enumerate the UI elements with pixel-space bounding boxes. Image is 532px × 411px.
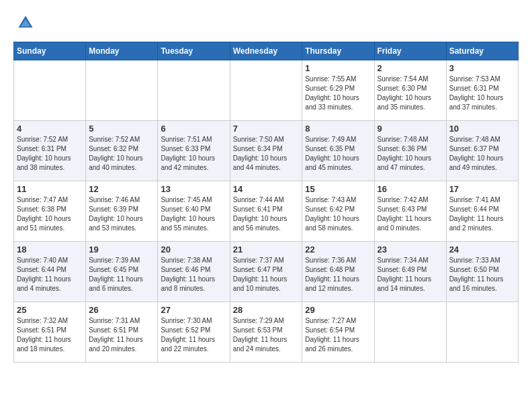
day-info: Sunrise: 7:42 AMSunset: 6:43 PMDaylight:… bbox=[378, 195, 443, 233]
weekday-header-wednesday: Wednesday bbox=[230, 42, 302, 60]
calendar-cell: 8Sunrise: 7:49 AMSunset: 6:35 PMDaylight… bbox=[302, 121, 374, 181]
day-number: 26 bbox=[89, 305, 154, 315]
calendar-cell: 26Sunrise: 7:31 AMSunset: 6:51 PMDayligh… bbox=[86, 302, 158, 363]
day-info: Sunrise: 7:45 AMSunset: 6:40 PMDaylight:… bbox=[161, 195, 226, 233]
calendar-week-row: 25Sunrise: 7:32 AMSunset: 6:51 PMDayligh… bbox=[14, 302, 519, 363]
calendar-cell: 27Sunrise: 7:30 AMSunset: 6:52 PMDayligh… bbox=[158, 302, 230, 363]
calendar-cell: 1Sunrise: 7:55 AMSunset: 6:29 PMDaylight… bbox=[302, 60, 374, 121]
day-info: Sunrise: 7:36 AMSunset: 6:48 PMDaylight:… bbox=[305, 256, 371, 293]
calendar-cell: 18Sunrise: 7:40 AMSunset: 6:44 PMDayligh… bbox=[14, 242, 86, 302]
weekday-header-saturday: Saturday bbox=[446, 42, 518, 60]
calendar-cell: 15Sunrise: 7:43 AMSunset: 6:42 PMDayligh… bbox=[302, 181, 374, 242]
day-number: 4 bbox=[17, 124, 83, 134]
day-info: Sunrise: 7:47 AMSunset: 6:38 PMDaylight:… bbox=[17, 195, 83, 233]
header bbox=[13, 13, 519, 35]
calendar-cell: 10Sunrise: 7:48 AMSunset: 6:37 PMDayligh… bbox=[446, 121, 518, 181]
calendar-cell bbox=[158, 60, 230, 121]
calendar-cell bbox=[230, 60, 302, 121]
calendar-cell: 23Sunrise: 7:34 AMSunset: 6:49 PMDayligh… bbox=[374, 242, 446, 302]
day-number: 7 bbox=[233, 124, 300, 134]
day-info: Sunrise: 7:27 AMSunset: 6:54 PMDaylight:… bbox=[305, 316, 371, 354]
calendar-cell bbox=[86, 60, 158, 121]
calendar-cell: 29Sunrise: 7:27 AMSunset: 6:54 PMDayligh… bbox=[302, 302, 374, 363]
weekday-header-row: SundayMondayTuesdayWednesdayThursdayFrid… bbox=[14, 42, 519, 60]
day-number: 9 bbox=[378, 124, 443, 134]
calendar-cell: 6Sunrise: 7:51 AMSunset: 6:33 PMDaylight… bbox=[158, 121, 230, 181]
day-number: 10 bbox=[449, 124, 515, 134]
day-info: Sunrise: 7:39 AMSunset: 6:45 PMDaylight:… bbox=[89, 256, 154, 293]
calendar-cell: 5Sunrise: 7:52 AMSunset: 6:32 PMDaylight… bbox=[86, 121, 158, 181]
day-number: 6 bbox=[161, 124, 226, 134]
calendar-cell: 21Sunrise: 7:37 AMSunset: 6:47 PMDayligh… bbox=[230, 242, 302, 302]
day-info: Sunrise: 7:38 AMSunset: 6:46 PMDaylight:… bbox=[161, 256, 226, 293]
day-info: Sunrise: 7:48 AMSunset: 6:37 PMDaylight:… bbox=[449, 135, 515, 173]
calendar-cell: 9Sunrise: 7:48 AMSunset: 6:36 PMDaylight… bbox=[374, 121, 446, 181]
calendar-week-row: 1Sunrise: 7:55 AMSunset: 6:29 PMDaylight… bbox=[14, 60, 519, 121]
calendar-cell: 28Sunrise: 7:29 AMSunset: 6:53 PMDayligh… bbox=[230, 302, 302, 363]
day-info: Sunrise: 7:51 AMSunset: 6:33 PMDaylight:… bbox=[161, 135, 226, 173]
day-info: Sunrise: 7:32 AMSunset: 6:51 PMDaylight:… bbox=[17, 316, 83, 354]
logo bbox=[13, 13, 35, 35]
calendar-week-row: 4Sunrise: 7:52 AMSunset: 6:31 PMDaylight… bbox=[14, 121, 519, 181]
day-number: 1 bbox=[305, 63, 371, 73]
day-info: Sunrise: 7:30 AMSunset: 6:52 PMDaylight:… bbox=[161, 316, 226, 354]
calendar-cell: 7Sunrise: 7:50 AMSunset: 6:34 PMDaylight… bbox=[230, 121, 302, 181]
day-number: 2 bbox=[378, 63, 443, 73]
day-number: 5 bbox=[89, 124, 154, 134]
weekday-header-thursday: Thursday bbox=[302, 42, 374, 60]
calendar-table: SundayMondayTuesdayWednesdayThursdayFrid… bbox=[13, 42, 519, 363]
day-number: 29 bbox=[305, 305, 371, 315]
calendar-cell: 24Sunrise: 7:33 AMSunset: 6:50 PMDayligh… bbox=[446, 242, 518, 302]
day-info: Sunrise: 7:31 AMSunset: 6:51 PMDaylight:… bbox=[89, 316, 154, 354]
calendar-cell: 25Sunrise: 7:32 AMSunset: 6:51 PMDayligh… bbox=[14, 302, 86, 363]
day-info: Sunrise: 7:33 AMSunset: 6:50 PMDaylight:… bbox=[449, 256, 515, 293]
day-number: 27 bbox=[161, 305, 226, 315]
weekday-header-sunday: Sunday bbox=[14, 42, 86, 60]
day-info: Sunrise: 7:53 AMSunset: 6:31 PMDaylight:… bbox=[449, 75, 515, 112]
calendar-cell: 19Sunrise: 7:39 AMSunset: 6:45 PMDayligh… bbox=[86, 242, 158, 302]
day-info: Sunrise: 7:52 AMSunset: 6:31 PMDaylight:… bbox=[17, 135, 83, 173]
day-number: 18 bbox=[17, 244, 83, 255]
day-number: 8 bbox=[305, 124, 371, 134]
day-info: Sunrise: 7:29 AMSunset: 6:53 PMDaylight:… bbox=[233, 316, 300, 354]
day-info: Sunrise: 7:55 AMSunset: 6:29 PMDaylight:… bbox=[305, 75, 371, 112]
calendar-cell: 13Sunrise: 7:45 AMSunset: 6:40 PMDayligh… bbox=[158, 181, 230, 242]
calendar-cell: 17Sunrise: 7:41 AMSunset: 6:44 PMDayligh… bbox=[446, 181, 518, 242]
day-number: 16 bbox=[378, 184, 443, 194]
calendar-cell: 11Sunrise: 7:47 AMSunset: 6:38 PMDayligh… bbox=[14, 181, 86, 242]
calendar-week-row: 11Sunrise: 7:47 AMSunset: 6:38 PMDayligh… bbox=[14, 181, 519, 242]
calendar-cell: 22Sunrise: 7:36 AMSunset: 6:48 PMDayligh… bbox=[302, 242, 374, 302]
day-number: 22 bbox=[305, 244, 371, 255]
logo-icon bbox=[16, 13, 35, 32]
day-number: 19 bbox=[89, 244, 154, 255]
day-info: Sunrise: 7:34 AMSunset: 6:49 PMDaylight:… bbox=[378, 256, 443, 293]
day-info: Sunrise: 7:48 AMSunset: 6:36 PMDaylight:… bbox=[378, 135, 443, 173]
calendar-cell bbox=[446, 302, 518, 363]
day-info: Sunrise: 7:41 AMSunset: 6:44 PMDaylight:… bbox=[449, 195, 515, 233]
day-info: Sunrise: 7:44 AMSunset: 6:41 PMDaylight:… bbox=[233, 195, 300, 233]
day-number: 21 bbox=[233, 244, 300, 255]
day-number: 3 bbox=[449, 63, 515, 73]
calendar-cell: 14Sunrise: 7:44 AMSunset: 6:41 PMDayligh… bbox=[230, 181, 302, 242]
day-info: Sunrise: 7:54 AMSunset: 6:30 PMDaylight:… bbox=[378, 75, 443, 112]
day-info: Sunrise: 7:52 AMSunset: 6:32 PMDaylight:… bbox=[89, 135, 154, 173]
day-info: Sunrise: 7:49 AMSunset: 6:35 PMDaylight:… bbox=[305, 135, 371, 173]
calendar-cell: 12Sunrise: 7:46 AMSunset: 6:39 PMDayligh… bbox=[86, 181, 158, 242]
weekday-header-monday: Monday bbox=[86, 42, 158, 60]
day-number: 12 bbox=[89, 184, 154, 194]
calendar-cell: 16Sunrise: 7:42 AMSunset: 6:43 PMDayligh… bbox=[374, 181, 446, 242]
day-number: 23 bbox=[378, 244, 443, 255]
day-number: 15 bbox=[305, 184, 371, 194]
day-info: Sunrise: 7:37 AMSunset: 6:47 PMDaylight:… bbox=[233, 256, 300, 293]
day-number: 24 bbox=[449, 244, 515, 255]
calendar-cell: 3Sunrise: 7:53 AMSunset: 6:31 PMDaylight… bbox=[446, 60, 518, 121]
day-info: Sunrise: 7:50 AMSunset: 6:34 PMDaylight:… bbox=[233, 135, 300, 173]
calendar-cell: 20Sunrise: 7:38 AMSunset: 6:46 PMDayligh… bbox=[158, 242, 230, 302]
day-number: 17 bbox=[449, 184, 515, 194]
weekday-header-tuesday: Tuesday bbox=[158, 42, 230, 60]
calendar-cell bbox=[14, 60, 86, 121]
day-number: 20 bbox=[161, 244, 226, 255]
day-number: 13 bbox=[161, 184, 226, 194]
calendar-cell: 2Sunrise: 7:54 AMSunset: 6:30 PMDaylight… bbox=[374, 60, 446, 121]
day-number: 28 bbox=[233, 305, 300, 315]
